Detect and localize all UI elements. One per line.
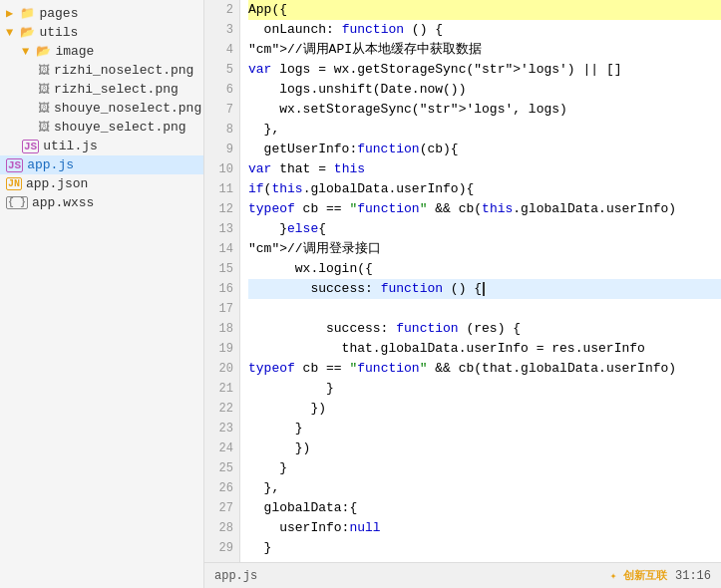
line-number: 5 — [204, 60, 239, 80]
line-number: 24 — [204, 439, 239, 458]
line-number: 25 — [204, 458, 239, 478]
js-file-icon: JS — [6, 158, 23, 172]
line-number: 9 — [204, 140, 239, 159]
code-line: }else{ — [248, 219, 721, 239]
code-line: var logs = wx.getStorageSync("str">'logs… — [248, 60, 721, 80]
sidebar-item-rizhi_select[interactable]: 🖼rizhi_select.png — [0, 80, 203, 99]
code-line: wx.setStorageSync("str">'logs', logs) — [248, 100, 721, 120]
line-number: 20 — [204, 359, 239, 379]
line-number: 15 — [204, 259, 239, 279]
line-number: 12 — [204, 199, 239, 219]
sidebar-item-label: util.js — [43, 139, 98, 153]
status-bar: app.js ✦ 创新互联 31:16 — [204, 562, 721, 588]
main-container: ▶ 📁pages▼ 📂utils▼ 📂image🖼rizhi_noselect.… — [0, 0, 721, 588]
line-number: 22 — [204, 399, 239, 419]
png-file-icon: 🖼 — [38, 120, 50, 135]
sidebar-item-rizhi_noselect[interactable]: 🖼rizhi_noselect.png — [0, 61, 203, 80]
sidebar-item-label: image — [55, 44, 94, 59]
line-number: 14 — [204, 239, 239, 259]
status-left: app.js — [214, 569, 257, 583]
sidebar-item-shouye_select[interactable]: 🖼shouye_select.png — [0, 118, 203, 137]
png-file-icon: 🖼 — [38, 82, 50, 97]
line-number: 3 — [204, 20, 239, 40]
text-cursor — [483, 282, 485, 296]
code-line: } — [248, 379, 721, 399]
line-number: 4 — [204, 40, 239, 60]
code-line: if(this.globalData.userInfo){ — [248, 179, 721, 199]
code-line: "cm">//调用API从本地缓存中获取数据 — [248, 40, 721, 60]
line-number: 26 — [204, 478, 239, 498]
line-number: 10 — [204, 159, 239, 179]
png-file-icon: 🖼 — [38, 63, 50, 78]
sidebar-item-app-json[interactable]: JNapp.json — [0, 174, 203, 193]
sidebar-item-pages-folder[interactable]: ▶ 📁pages — [0, 4, 203, 23]
code-line: var that = this — [248, 159, 721, 179]
line-number: 2 — [204, 0, 239, 20]
sidebar-item-app-wxss[interactable]: { }app.wxss — [0, 193, 203, 212]
code-line: }) — [248, 439, 721, 458]
wxss-file-icon: { } — [6, 196, 28, 209]
code-line: typeof cb == "function" && cb(that.globa… — [248, 359, 721, 379]
code-line: }, — [248, 120, 721, 140]
line-number: 28 — [204, 518, 239, 538]
line-number: 18 — [204, 319, 239, 339]
code-line: success: function (res) { — [248, 319, 721, 339]
code-line: wx.login({ — [248, 259, 721, 279]
code-content[interactable]: App({ onLaunch: function () { "cm">//调用A… — [240, 0, 721, 562]
sidebar-item-utils-folder[interactable]: ▼ 📂utils — [0, 23, 203, 42]
line-number: 23 — [204, 419, 239, 439]
code-line: success: function () { — [248, 279, 721, 299]
sidebar-item-label: shouye_select.png — [54, 120, 186, 135]
status-filename: app.js — [214, 569, 257, 583]
sidebar-item-label: rizhi_select.png — [54, 82, 179, 97]
sidebar-item-label: app.wxss — [32, 195, 94, 210]
line-number: 11 — [204, 179, 239, 199]
code-line: } — [248, 458, 721, 478]
sidebar[interactable]: ▶ 📁pages▼ 📂utils▼ 📂image🖼rizhi_noselect.… — [0, 0, 204, 588]
line-number: 6 — [204, 80, 239, 100]
sidebar-item-util-js[interactable]: JSutil.js — [0, 137, 203, 155]
json-file-icon: JN — [6, 177, 22, 190]
code-line: userInfo:null — [248, 518, 721, 538]
sidebar-item-shouye_noselect[interactable]: 🖼shouye_noselect.png — [0, 99, 203, 118]
line-number: 7 — [204, 100, 239, 120]
status-right: ✦ 创新互联 31:16 — [610, 568, 711, 583]
code-line: logs.unshift(Date.now()) — [248, 80, 721, 100]
line-number: 17 — [204, 299, 239, 319]
editor-area: 2345678910111213141516171819202122232425… — [204, 0, 721, 588]
code-line: }, — [248, 478, 721, 498]
line-number: 13 — [204, 219, 239, 239]
status-position: 31:16 — [675, 569, 711, 583]
code-line: } — [248, 419, 721, 439]
sidebar-item-app-js[interactable]: JSapp.js — [0, 155, 203, 174]
line-number: 8 — [204, 120, 239, 140]
code-line: App({ — [248, 0, 721, 20]
code-line — [248, 299, 721, 319]
folder-open-icon: ▼ 📂 — [22, 44, 51, 59]
folder-closed-icon: ▶ 📁 — [6, 6, 35, 21]
sidebar-item-label: pages — [39, 6, 78, 21]
sidebar-item-image-folder[interactable]: ▼ 📂image — [0, 42, 203, 61]
folder-open-icon: ▼ 📂 — [6, 25, 35, 40]
code-line: } — [248, 538, 721, 558]
code-line: onLaunch: function () { — [248, 20, 721, 40]
line-number: 29 — [204, 538, 239, 558]
code-line: globalData:{ — [248, 498, 721, 518]
sidebar-item-label: utils — [39, 25, 78, 40]
watermark: ✦ 创新互联 — [610, 568, 667, 583]
code-line: that.globalData.userInfo = res.userInfo — [248, 339, 721, 359]
line-number: 21 — [204, 379, 239, 399]
js-file-icon: JS — [22, 140, 39, 153]
line-number: 16 — [204, 279, 239, 299]
code-line: "cm">//调用登录接口 — [248, 239, 721, 259]
sidebar-item-label: shouye_noselect.png — [54, 101, 201, 116]
sidebar-item-label: rizhi_noselect.png — [54, 63, 193, 78]
line-number: 27 — [204, 498, 239, 518]
code-line: }) — [248, 399, 721, 419]
png-file-icon: 🖼 — [38, 101, 50, 116]
line-number: 19 — [204, 339, 239, 359]
line-numbers: 2345678910111213141516171819202122232425… — [204, 0, 240, 562]
sidebar-item-label: app.json — [26, 176, 88, 191]
sidebar-item-label: app.js — [27, 157, 74, 172]
code-container: 2345678910111213141516171819202122232425… — [204, 0, 721, 562]
